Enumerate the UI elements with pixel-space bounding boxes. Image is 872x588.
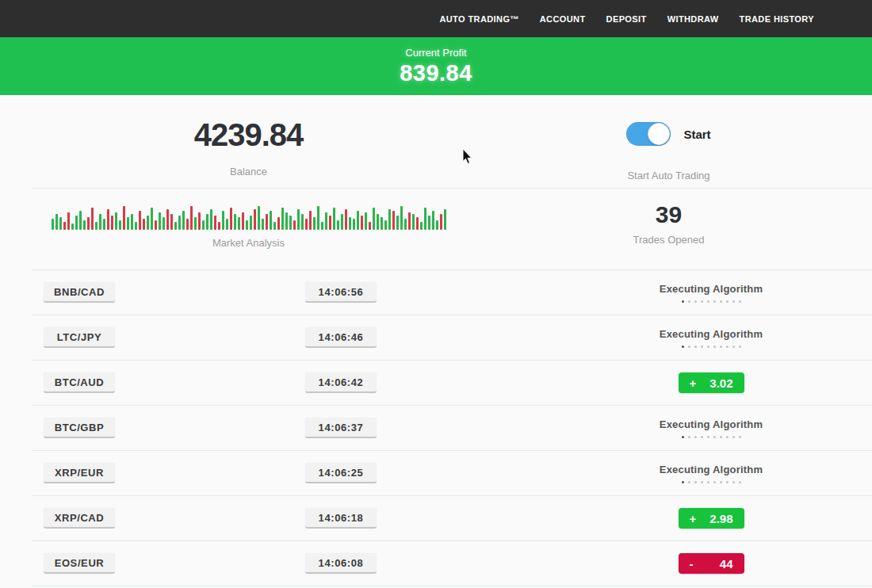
chart-bar bbox=[71, 223, 74, 230]
loss-badge: -44 bbox=[679, 553, 744, 574]
chart-bar bbox=[206, 214, 208, 230]
market-analysis-section: Market Analysis 39 Trades Opened bbox=[0, 189, 872, 269]
progress-dot bbox=[688, 346, 690, 348]
chart-bar bbox=[297, 209, 300, 230]
progress-dot bbox=[739, 436, 741, 438]
trade-time-badge: 14:06:08 bbox=[305, 553, 377, 574]
chart-bar bbox=[420, 222, 423, 230]
chart-bar bbox=[75, 216, 78, 230]
pair-badge[interactable]: BTC/GBP bbox=[44, 418, 115, 438]
progress-dot bbox=[701, 481, 703, 483]
progress-dot bbox=[707, 346, 709, 348]
chart-bar bbox=[230, 208, 232, 230]
auto-trading-toggle[interactable] bbox=[626, 122, 671, 146]
chart-bar bbox=[159, 212, 161, 230]
chart-bar bbox=[388, 209, 391, 230]
chart-bar bbox=[400, 206, 403, 230]
chart-bar bbox=[361, 216, 363, 230]
table-row: EOS/EUR 14:06:08 -44 bbox=[0, 541, 872, 586]
nav-item-withdraw[interactable]: WITHDRAW bbox=[667, 14, 719, 24]
chart-bar bbox=[59, 217, 62, 230]
progress-dot bbox=[694, 300, 697, 303]
table-row: BTC/GBP 14:06:37 Executing Algorithm bbox=[0, 406, 872, 450]
progress-dot bbox=[726, 346, 729, 348]
pair-badge[interactable]: BNB/CAD bbox=[44, 282, 115, 303]
pair-badge[interactable]: BTC/AUD bbox=[44, 372, 115, 393]
pair-badge[interactable]: LTC/JPY bbox=[44, 327, 115, 348]
chart-bar bbox=[440, 214, 442, 230]
start-auto-trading-label: Start Auto Trading bbox=[627, 170, 709, 181]
chart-bar bbox=[182, 211, 185, 230]
chart-bar bbox=[262, 219, 264, 230]
progress-dot bbox=[688, 300, 690, 303]
chart-bar bbox=[151, 208, 153, 230]
chart-bar bbox=[285, 212, 288, 230]
nav-item-account[interactable]: ACCOUNT bbox=[540, 14, 586, 24]
chart-bar bbox=[377, 214, 379, 230]
progress-dot bbox=[682, 481, 684, 483]
badge-sign: + bbox=[690, 512, 697, 525]
progress-dots bbox=[682, 436, 741, 438]
trade-status-cell: Executing Algorithm bbox=[632, 464, 790, 483]
chart-bar bbox=[432, 211, 434, 230]
chart-bar bbox=[305, 219, 308, 230]
chart-bar bbox=[384, 220, 387, 230]
chart-bar bbox=[428, 216, 430, 230]
chart-bar bbox=[345, 209, 347, 230]
chart-bar bbox=[333, 208, 335, 230]
progress-dot bbox=[701, 346, 703, 348]
chart-bar bbox=[281, 208, 284, 230]
chart-bar bbox=[127, 217, 129, 230]
chart-bar bbox=[436, 220, 438, 230]
progress-dot bbox=[707, 481, 709, 483]
progress-dot bbox=[732, 300, 735, 303]
toggle-start-label: Start bbox=[683, 128, 710, 141]
current-profit-label: Current Profit bbox=[405, 47, 466, 59]
chart-bar bbox=[91, 208, 94, 230]
chart-bar bbox=[238, 217, 240, 230]
market-analysis-label: Market Analysis bbox=[212, 237, 285, 249]
trade-status-cell: +2.98 bbox=[632, 508, 790, 529]
nav-item-trade-history[interactable]: TRADE HISTORY bbox=[740, 14, 814, 24]
progress-dot bbox=[732, 346, 735, 348]
chart-bar bbox=[325, 212, 327, 230]
chart-bar bbox=[107, 209, 109, 230]
progress-dot bbox=[707, 300, 709, 303]
chart-bar bbox=[250, 216, 252, 230]
chart-bar bbox=[111, 216, 113, 230]
chart-bar bbox=[79, 211, 82, 230]
chart-bar bbox=[321, 222, 323, 230]
chart-bar bbox=[277, 217, 280, 230]
pair-badge[interactable]: EOS/EUR bbox=[44, 553, 115, 574]
progress-dot bbox=[739, 300, 741, 303]
executing-algorithm-label: Executing Algorithm bbox=[660, 418, 763, 430]
chart-bar bbox=[273, 222, 276, 230]
chart-bar bbox=[174, 222, 177, 230]
pair-badge[interactable]: XRP/CAD bbox=[44, 508, 115, 529]
trade-status-cell: -44 bbox=[632, 553, 790, 574]
chart-bar bbox=[87, 217, 90, 230]
table-row: BTC/AUD 14:06:42 +3.02 bbox=[0, 361, 872, 405]
chart-bar bbox=[198, 212, 201, 230]
nav-item-auto-trading[interactable]: AUTO TRADING™ bbox=[439, 14, 518, 24]
progress-dot bbox=[701, 300, 703, 303]
profit-badge: +3.02 bbox=[679, 372, 744, 393]
trade-status-cell: Executing Algorithm bbox=[632, 328, 790, 348]
chart-bar bbox=[83, 220, 86, 230]
chart-bar bbox=[226, 219, 228, 230]
chart-bar bbox=[99, 214, 101, 230]
chart-bar bbox=[357, 211, 359, 230]
nav-item-deposit[interactable]: DEPOSIT bbox=[606, 14, 647, 24]
chart-bar bbox=[289, 216, 292, 230]
progress-dot bbox=[720, 481, 722, 483]
chart-bar bbox=[55, 214, 58, 230]
progress-dot bbox=[739, 481, 741, 483]
chart-bar bbox=[301, 214, 304, 230]
balance-value: 4239.84 bbox=[194, 117, 304, 153]
chart-bar bbox=[143, 219, 145, 230]
executing-algorithm-label: Executing Algorithm bbox=[660, 283, 763, 295]
chart-bar bbox=[416, 217, 419, 230]
progress-dot bbox=[720, 300, 722, 303]
badge-value: 2.98 bbox=[709, 512, 732, 525]
pair-badge[interactable]: XRP/EUR bbox=[44, 463, 115, 483]
